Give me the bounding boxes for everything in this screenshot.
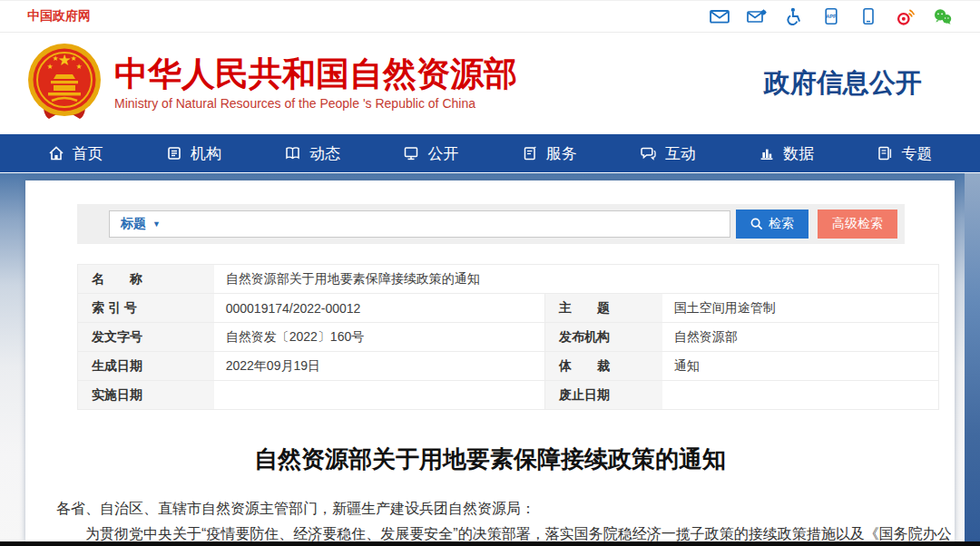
- top-utility-bar: 中国政府网 APP: [0, 0, 980, 33]
- mobile-icon[interactable]: [858, 7, 878, 25]
- content-background: 标题 ▼ 检索 高级检索 名 称 自然资源部关于用地要素保障接续政策的通知: [0, 173, 980, 546]
- nav-item-services[interactable]: 服务: [522, 143, 577, 164]
- search-input[interactable]: 标题 ▼: [109, 210, 730, 238]
- meta-value-name: 自然资源部关于用地要素保障接续政策的通知: [214, 265, 938, 293]
- page: 中国政府网 APP: [0, 0, 980, 546]
- main-nav: 首页 机构 动态 公开 服务 互动 数据 专题: [0, 134, 980, 172]
- table-row: 索 引 号 000019174/2022-00012 主 题 国土空间用途管制: [78, 294, 938, 323]
- nav-label: 动态: [309, 143, 340, 164]
- meta-value-docnumber: 自然资发〔2022〕160号: [214, 323, 544, 351]
- meta-value-effective: [214, 381, 544, 409]
- page-title: 政府信息公开: [764, 65, 938, 102]
- document-paragraph: 各省、自治区、直辖市自然资源主管部门，新疆生产建设兵团自然资源局：: [56, 498, 951, 519]
- meta-value-repeal: [662, 381, 938, 409]
- topic-book-icon: [877, 145, 893, 161]
- mail-subscribe-icon[interactable]: [747, 7, 767, 25]
- svg-text:★: ★: [57, 52, 71, 69]
- nav-item-data[interactable]: 数据: [759, 143, 814, 164]
- meta-label-subject: 主 题: [544, 294, 662, 322]
- ministry-title: 中华人民共和国自然资源部: [114, 56, 517, 93]
- nav-label: 机构: [191, 143, 221, 164]
- document-title: 自然资源部关于用地要素保障接续政策的通知: [25, 444, 955, 475]
- masthead: ★ ★ ★ ★ ★ 中华人民共和国自然资源部 Ministry of Natur…: [0, 33, 980, 134]
- org-icon: [166, 145, 182, 161]
- gov-portal-link[interactable]: 中国政府网: [27, 8, 91, 24]
- search-field-selector[interactable]: 标题: [121, 216, 146, 232]
- nav-item-org[interactable]: 机构: [166, 143, 221, 164]
- svg-text:★: ★: [46, 63, 53, 71]
- chevron-down-icon[interactable]: ▼: [152, 219, 161, 229]
- meta-label-index: 索 引 号: [78, 294, 214, 322]
- nav-item-disclosure[interactable]: 公开: [403, 143, 458, 164]
- svg-text:★: ★: [70, 54, 76, 63]
- meta-label-genre: 体 裁: [544, 352, 662, 380]
- nav-label: 服务: [546, 143, 577, 164]
- search-button[interactable]: 检索: [736, 210, 808, 239]
- nav-label: 数据: [783, 143, 814, 164]
- news-book-icon: [284, 145, 301, 161]
- brand-block[interactable]: 中华人民共和国自然资源部 Ministry of Natural Resourc…: [114, 56, 517, 112]
- advanced-search-label: 高级检索: [832, 216, 883, 232]
- chat-icon: [640, 145, 657, 161]
- top-icon-group: APP: [710, 7, 953, 25]
- service-doc-icon: [522, 145, 538, 161]
- accessibility-icon[interactable]: [784, 7, 804, 25]
- nav-item-interaction[interactable]: 互动: [640, 143, 696, 164]
- right-decoration-band: [965, 173, 980, 546]
- table-row: 生成日期 2022年09月19日 体 裁 通知: [78, 352, 938, 381]
- nav-item-news[interactable]: 动态: [284, 143, 340, 164]
- ministry-title-english: Ministry of Natural Resources of the Peo…: [114, 96, 517, 111]
- search-icon: [750, 218, 763, 230]
- svg-text:APP: APP: [826, 14, 837, 19]
- nav-label: 互动: [665, 143, 696, 164]
- app-icon[interactable]: APP: [821, 7, 841, 25]
- table-row: 实施日期 废止日期: [78, 381, 938, 410]
- weibo-icon[interactable]: [896, 7, 916, 25]
- document-metadata-table: 名 称 自然资源部关于用地要素保障接续政策的通知 索 引 号 000019174…: [77, 264, 939, 410]
- meta-label-repeal: 废止日期: [544, 381, 662, 409]
- mail-icon[interactable]: [710, 7, 730, 25]
- nav-label: 首页: [73, 143, 103, 164]
- wechat-icon[interactable]: [933, 7, 953, 25]
- bar-chart-icon: [759, 145, 775, 161]
- meta-label-issuer: 发布机构: [544, 323, 662, 351]
- home-icon: [48, 145, 64, 161]
- meta-value-index: 000019174/2022-00012: [214, 294, 544, 322]
- svg-text:★: ★: [52, 54, 58, 63]
- svg-text:★: ★: [75, 63, 82, 71]
- meta-value-genre: 通知: [662, 352, 938, 380]
- meta-label-docnumber: 发文字号: [78, 323, 214, 351]
- monitor-icon: [403, 145, 419, 161]
- nav-label: 专题: [901, 143, 932, 164]
- national-emblem-logo: ★ ★ ★ ★ ★: [27, 43, 102, 124]
- meta-label-effective: 实施日期: [78, 381, 214, 409]
- table-row: 发文字号 自然资发〔2022〕160号 发布机构 自然资源部: [78, 323, 938, 352]
- content-card: 标题 ▼ 检索 高级检索 名 称 自然资源部关于用地要素保障接续政策的通知: [25, 180, 955, 541]
- meta-value-issuer: 自然资源部: [662, 323, 938, 351]
- advanced-search-button[interactable]: 高级检索: [818, 210, 897, 239]
- meta-label-created: 生成日期: [78, 352, 214, 380]
- nav-label: 公开: [427, 143, 458, 164]
- meta-value-created: 2022年09月19日: [214, 352, 544, 380]
- meta-value-subject: 国土空间用途管制: [662, 294, 938, 322]
- search-bar: 标题 ▼ 检索 高级检索: [77, 204, 905, 244]
- search-button-label: 检索: [769, 216, 794, 232]
- meta-label-name: 名 称: [78, 265, 214, 293]
- nav-item-topics[interactable]: 专题: [877, 143, 932, 164]
- nav-item-home[interactable]: 首页: [48, 143, 103, 164]
- bottom-border: [0, 541, 980, 546]
- table-row: 名 称 自然资源部关于用地要素保障接续政策的通知: [78, 265, 938, 294]
